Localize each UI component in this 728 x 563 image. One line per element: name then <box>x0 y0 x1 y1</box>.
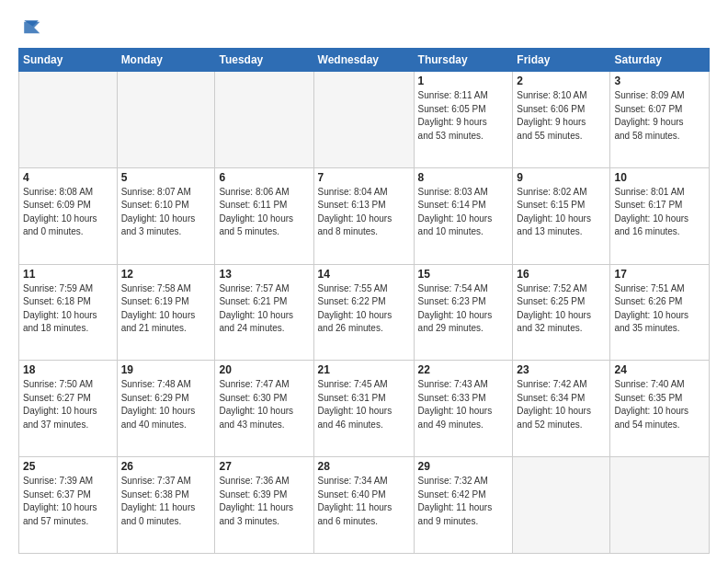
week-row-2: 4Sunrise: 8:08 AMSunset: 6:09 PMDaylight… <box>19 167 710 264</box>
logo <box>18 15 48 40</box>
calendar-cell <box>19 72 118 168</box>
day-number: 9 <box>517 171 606 184</box>
calendar-cell: 13Sunrise: 7:57 AMSunset: 6:21 PMDayligh… <box>215 264 313 361</box>
calendar-cell: 20Sunrise: 7:47 AMSunset: 6:30 PMDayligh… <box>215 361 313 457</box>
day-info: Sunrise: 8:07 AMSunset: 6:10 PMDaylight:… <box>121 186 211 239</box>
day-number: 22 <box>418 363 509 376</box>
calendar-cell: 2Sunrise: 8:10 AMSunset: 6:06 PMDaylight… <box>513 72 610 168</box>
day-number: 20 <box>219 363 309 376</box>
day-number: 29 <box>418 460 509 473</box>
day-info: Sunrise: 7:55 AMSunset: 6:22 PMDaylight:… <box>318 282 410 336</box>
day-info: Sunrise: 7:58 AMSunset: 6:19 PMDaylight:… <box>121 282 211 336</box>
calendar-cell: 26Sunrise: 7:37 AMSunset: 6:38 PMDayligh… <box>117 457 215 554</box>
day-info: Sunrise: 8:06 AMSunset: 6:11 PMDaylight:… <box>219 186 309 239</box>
day-number: 5 <box>121 171 211 184</box>
day-info: Sunrise: 7:57 AMSunset: 6:21 PMDaylight:… <box>219 282 309 336</box>
day-info: Sunrise: 8:01 AMSunset: 6:17 PMDaylight:… <box>614 186 705 239</box>
calendar-cell: 21Sunrise: 7:45 AMSunset: 6:31 PMDayligh… <box>313 361 414 457</box>
day-number: 21 <box>318 363 410 376</box>
day-number: 12 <box>121 268 211 281</box>
day-info: Sunrise: 7:51 AMSunset: 6:26 PMDaylight:… <box>614 282 705 336</box>
calendar-cell: 18Sunrise: 7:50 AMSunset: 6:27 PMDayligh… <box>19 361 118 457</box>
day-number: 28 <box>318 460 410 473</box>
calendar-cell: 27Sunrise: 7:36 AMSunset: 6:39 PMDayligh… <box>215 457 313 554</box>
week-row-4: 18Sunrise: 7:50 AMSunset: 6:27 PMDayligh… <box>19 361 710 457</box>
day-number: 13 <box>219 268 309 281</box>
weekday-header-monday: Monday <box>117 49 215 72</box>
calendar-cell: 5Sunrise: 8:07 AMSunset: 6:10 PMDaylight… <box>117 167 215 264</box>
day-number: 24 <box>614 363 705 376</box>
calendar-cell <box>313 72 414 168</box>
weekday-header-saturday: Saturday <box>610 49 710 72</box>
calendar-cell: 7Sunrise: 8:04 AMSunset: 6:13 PMDaylight… <box>313 167 414 264</box>
day-number: 8 <box>418 171 509 184</box>
day-number: 10 <box>614 171 705 184</box>
week-row-3: 11Sunrise: 7:59 AMSunset: 6:18 PMDayligh… <box>19 264 710 361</box>
day-number: 27 <box>219 460 309 473</box>
weekday-header-sunday: Sunday <box>19 49 118 72</box>
day-info: Sunrise: 7:39 AMSunset: 6:37 PMDaylight:… <box>23 475 113 528</box>
calendar-cell: 4Sunrise: 8:08 AMSunset: 6:09 PMDaylight… <box>19 167 118 264</box>
calendar-cell: 11Sunrise: 7:59 AMSunset: 6:18 PMDayligh… <box>19 264 118 361</box>
day-number: 23 <box>517 363 606 376</box>
day-number: 25 <box>23 460 113 473</box>
weekday-header-friday: Friday <box>513 49 610 72</box>
day-info: Sunrise: 7:36 AMSunset: 6:39 PMDaylight:… <box>219 475 309 528</box>
weekday-header-wednesday: Wednesday <box>313 49 414 72</box>
calendar-cell: 3Sunrise: 8:09 AMSunset: 6:07 PMDaylight… <box>610 72 710 168</box>
day-info: Sunrise: 7:50 AMSunset: 6:27 PMDaylight:… <box>23 378 113 431</box>
day-number: 1 <box>418 75 509 87</box>
week-row-5: 25Sunrise: 7:39 AMSunset: 6:37 PMDayligh… <box>19 457 710 554</box>
calendar-cell: 17Sunrise: 7:51 AMSunset: 6:26 PMDayligh… <box>610 264 710 361</box>
calendar-cell <box>610 457 710 554</box>
day-info: Sunrise: 7:54 AMSunset: 6:23 PMDaylight:… <box>418 282 509 336</box>
day-number: 18 <box>23 363 113 376</box>
day-info: Sunrise: 7:32 AMSunset: 6:42 PMDaylight:… <box>418 475 509 528</box>
day-number: 11 <box>23 268 113 281</box>
day-info: Sunrise: 7:42 AMSunset: 6:34 PMDaylight:… <box>517 378 606 431</box>
calendar-cell: 9Sunrise: 8:02 AMSunset: 6:15 PMDaylight… <box>513 167 610 264</box>
day-number: 14 <box>318 268 410 281</box>
calendar-cell: 28Sunrise: 7:34 AMSunset: 6:40 PMDayligh… <box>313 457 414 554</box>
calendar-cell: 14Sunrise: 7:55 AMSunset: 6:22 PMDayligh… <box>313 264 414 361</box>
calendar-cell: 19Sunrise: 7:48 AMSunset: 6:29 PMDayligh… <box>117 361 215 457</box>
day-info: Sunrise: 8:08 AMSunset: 6:09 PMDaylight:… <box>23 186 113 239</box>
calendar-cell: 15Sunrise: 7:54 AMSunset: 6:23 PMDayligh… <box>414 264 513 361</box>
day-info: Sunrise: 8:04 AMSunset: 6:13 PMDaylight:… <box>318 186 410 239</box>
weekday-header-tuesday: Tuesday <box>215 49 313 72</box>
calendar-cell: 6Sunrise: 8:06 AMSunset: 6:11 PMDaylight… <box>215 167 313 264</box>
day-number: 19 <box>121 363 211 376</box>
day-info: Sunrise: 7:48 AMSunset: 6:29 PMDaylight:… <box>121 378 211 431</box>
page: SundayMondayTuesdayWednesdayThursdayFrid… <box>0 0 728 563</box>
day-info: Sunrise: 8:09 AMSunset: 6:07 PMDaylight:… <box>614 89 705 143</box>
day-info: Sunrise: 7:47 AMSunset: 6:30 PMDaylight:… <box>219 378 309 431</box>
day-info: Sunrise: 8:11 AMSunset: 6:05 PMDaylight:… <box>418 89 509 143</box>
logo-icon <box>18 15 44 40</box>
day-number: 16 <box>517 268 606 281</box>
calendar-cell: 10Sunrise: 8:01 AMSunset: 6:17 PMDayligh… <box>610 167 710 264</box>
day-info: Sunrise: 8:02 AMSunset: 6:15 PMDaylight:… <box>517 186 606 239</box>
day-number: 2 <box>517 75 606 87</box>
day-number: 26 <box>121 460 211 473</box>
calendar-cell <box>215 72 313 168</box>
calendar-cell <box>117 72 215 168</box>
weekday-header-thursday: Thursday <box>414 49 513 72</box>
calendar-cell <box>513 457 610 554</box>
day-number: 15 <box>418 268 509 281</box>
day-number: 6 <box>219 171 309 184</box>
calendar-table: SundayMondayTuesdayWednesdayThursdayFrid… <box>18 48 710 554</box>
week-row-1: 1Sunrise: 8:11 AMSunset: 6:05 PMDaylight… <box>19 72 710 168</box>
calendar-cell: 12Sunrise: 7:58 AMSunset: 6:19 PMDayligh… <box>117 264 215 361</box>
calendar-cell: 25Sunrise: 7:39 AMSunset: 6:37 PMDayligh… <box>19 457 118 554</box>
day-info: Sunrise: 7:37 AMSunset: 6:38 PMDaylight:… <box>121 475 211 528</box>
calendar-cell: 1Sunrise: 8:11 AMSunset: 6:05 PMDaylight… <box>414 72 513 168</box>
day-info: Sunrise: 7:40 AMSunset: 6:35 PMDaylight:… <box>614 378 705 431</box>
weekday-header-row: SundayMondayTuesdayWednesdayThursdayFrid… <box>19 49 710 72</box>
day-info: Sunrise: 7:43 AMSunset: 6:33 PMDaylight:… <box>418 378 509 431</box>
header <box>18 15 710 40</box>
calendar-cell: 22Sunrise: 7:43 AMSunset: 6:33 PMDayligh… <box>414 361 513 457</box>
day-info: Sunrise: 7:59 AMSunset: 6:18 PMDaylight:… <box>23 282 113 336</box>
calendar-cell: 29Sunrise: 7:32 AMSunset: 6:42 PMDayligh… <box>414 457 513 554</box>
day-number: 4 <box>23 171 113 184</box>
day-info: Sunrise: 8:03 AMSunset: 6:14 PMDaylight:… <box>418 186 509 239</box>
